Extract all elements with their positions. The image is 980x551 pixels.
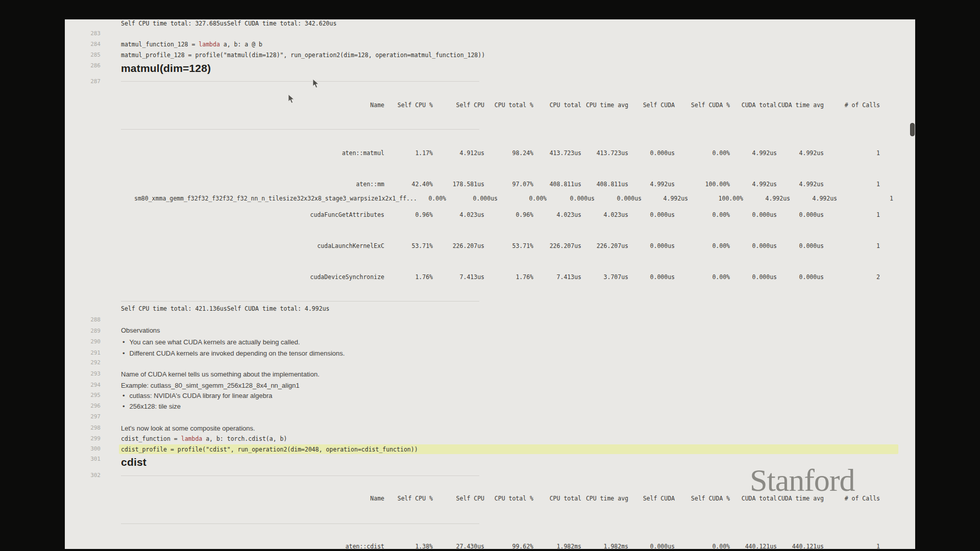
observation-item: •Different CUDA kernels are invoked depe… xyxy=(122,349,345,357)
cell: 4.912us xyxy=(433,149,484,157)
cell: CPU time avg xyxy=(581,102,628,109)
cell: 0.000us xyxy=(777,242,824,249)
cell: sm80_xmma_gemm_f32f32_f32f32_f32_nn_n_ti… xyxy=(134,195,398,202)
cell: 226.207us xyxy=(433,242,484,249)
cell: 1 xyxy=(824,211,880,218)
code-line-285[interactable]: matmul_profile_128 = profile("matmul(dim… xyxy=(121,52,485,59)
cell: 0.00% xyxy=(675,242,730,249)
cell: cudaDeviceSynchronize xyxy=(121,273,384,281)
line-number: 291 xyxy=(70,349,101,357)
cell: 100.00% xyxy=(675,181,730,188)
cell: 440.121us xyxy=(777,543,824,549)
cell: 4.992us xyxy=(642,195,688,202)
line-number: 300 xyxy=(70,445,101,453)
cell: 0.000us xyxy=(730,242,777,249)
cell: 226.207us xyxy=(581,242,628,249)
cell: 1 xyxy=(824,181,880,188)
cell: cudaFuncGetAttributes xyxy=(121,211,384,218)
cell: 1.17% xyxy=(384,149,433,157)
observation-text: Different CUDA kernels are invoked depen… xyxy=(130,349,345,357)
cell: 1.38% xyxy=(384,543,433,549)
line-number: 302 xyxy=(70,472,101,479)
profiler-row: aten::matmul1.17%4.912us98.24%413.723us4… xyxy=(121,149,880,157)
line-number: 293 xyxy=(70,370,101,378)
mouse-cursor-icon xyxy=(288,94,295,104)
cell: 53.71% xyxy=(384,242,433,249)
cell: 0.00% xyxy=(675,211,730,218)
line-number: 292 xyxy=(70,359,101,366)
cell: Self CPU xyxy=(433,102,484,109)
cell: 1 xyxy=(824,242,880,249)
cell: CPU total % xyxy=(484,102,533,109)
cutlass-item: •cutlass: NVIDIA's CUDA library for line… xyxy=(122,392,272,399)
cell: Self CUDA xyxy=(628,102,675,109)
code-line-300[interactable]: cdist_profile = profile("cdist", run_ope… xyxy=(121,446,418,454)
table-divider xyxy=(121,129,479,130)
cell: 1 xyxy=(824,149,880,157)
cell: aten::matmul xyxy=(121,149,384,157)
cell: 0.00% xyxy=(675,273,730,281)
bullet-icon: • xyxy=(122,403,125,410)
cell: 99.62% xyxy=(484,543,533,549)
cell: 3.707us xyxy=(581,273,628,281)
profiler-row: cudaLaunchKernelExC53.71%226.207us53.71%… xyxy=(121,242,880,250)
code-text: a, b: a @ b xyxy=(220,41,262,48)
cell: 0.000us xyxy=(628,543,675,549)
profiler-row: aten::cdist1.38%27.430us99.62%1.982ms1.9… xyxy=(121,543,880,549)
cell: 53.71% xyxy=(484,242,533,249)
cell: 4.992us xyxy=(730,181,777,188)
cell: 2 xyxy=(824,273,880,281)
profiler-total-line: Self CPU time total: 421.136usSelf CUDA … xyxy=(121,305,330,313)
profiler-table-header: NameSelf CPU %Self CPUCPU total %CPU tot… xyxy=(121,495,880,503)
cell: 408.811us xyxy=(581,181,628,188)
line-number: 289 xyxy=(70,328,101,335)
cell: # of Calls xyxy=(824,495,880,502)
cell: 1.76% xyxy=(384,273,433,281)
cell: 27.430us xyxy=(433,543,484,549)
cell: 0.000us xyxy=(446,195,498,202)
line-number: 283 xyxy=(70,30,101,37)
cell: 0.000us xyxy=(628,149,675,157)
lambda-keyword: lambda xyxy=(181,435,203,442)
cell: 100.00% xyxy=(688,195,743,202)
profiler-table-header: NameSelf CPU %Self CPUCPU total %CPU tot… xyxy=(121,102,880,109)
cell: Name xyxy=(121,495,384,502)
cell: 4.023us xyxy=(533,211,581,218)
line-number: 298 xyxy=(70,424,101,432)
line-number: 286 xyxy=(70,62,101,69)
bullet-icon: • xyxy=(122,392,125,399)
cell: 0.000us xyxy=(730,211,777,218)
cell: 0.000us xyxy=(777,211,824,218)
cell: CPU total xyxy=(533,102,581,109)
code-line-299[interactable]: cdist_function = lambda a, b: torch.cdis… xyxy=(121,435,287,443)
observation-item: •You can see what CUDA kernels are actua… xyxy=(122,338,300,346)
cell: CPU total % xyxy=(484,495,533,502)
profiler-row: cudaDeviceSynchronize1.76%7.413us1.76%7.… xyxy=(121,273,880,281)
cell: Self CUDA xyxy=(628,495,675,502)
scrollbar-thumb[interactable] xyxy=(910,123,915,136)
cell: CUDA time avg xyxy=(777,495,824,502)
cell: 4.023us xyxy=(433,211,484,218)
line-number: 299 xyxy=(70,435,101,442)
tile-size-text: 256x128: tile size xyxy=(130,403,181,410)
line-number: 285 xyxy=(70,52,101,59)
line-number: 296 xyxy=(70,403,101,410)
cell: CPU total xyxy=(533,495,581,502)
cell: 4.992us xyxy=(777,181,824,188)
cell: 0.000us xyxy=(628,273,675,281)
cell: 0.00% xyxy=(398,195,446,202)
code-line-284[interactable]: matmul_function_128 = lambda a, b: a @ b xyxy=(121,41,262,48)
cell: 4.992us xyxy=(790,195,837,202)
cell: 0.000us xyxy=(547,195,595,202)
cell: Self CPU % xyxy=(384,102,433,109)
cutlass-text: cutlass: NVIDIA's CUDA library for linea… xyxy=(130,392,273,399)
cell: 0.000us xyxy=(628,211,675,218)
line-number: 287 xyxy=(70,78,101,85)
cell: CUDA time avg xyxy=(777,102,824,109)
cell: 0.000us xyxy=(595,195,642,202)
line-number: 295 xyxy=(70,392,101,399)
cell: 413.723us xyxy=(581,149,628,157)
cell: Self CUDA % xyxy=(675,102,730,109)
kernel-name-note: Name of CUDA kernel tells us something a… xyxy=(121,370,320,378)
cell: 0.96% xyxy=(484,211,533,218)
